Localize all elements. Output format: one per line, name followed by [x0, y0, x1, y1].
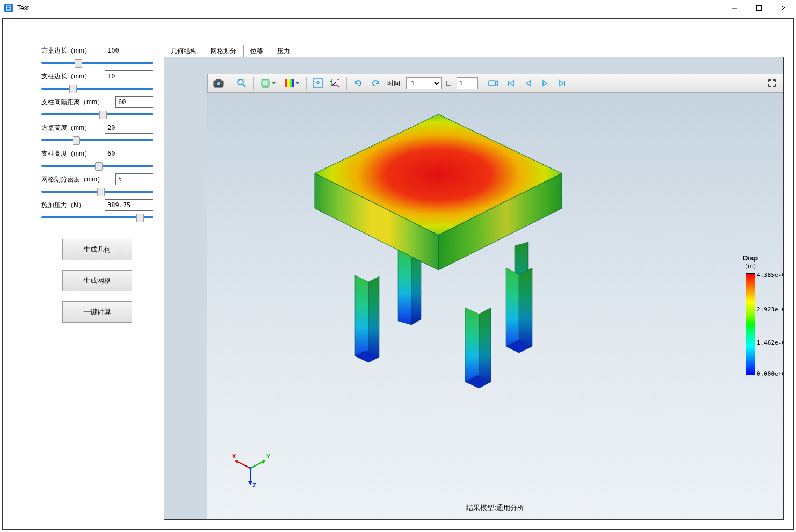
param-slider[interactable]: [41, 216, 153, 218]
param-slider[interactable]: [41, 165, 153, 167]
axes-icon[interactable]: zyx: [328, 76, 343, 91]
frame-spin[interactable]: [457, 77, 478, 89]
svg-rect-8: [216, 79, 221, 81]
colormap-dropdown-icon[interactable]: [281, 76, 302, 91]
generate-geometry-button[interactable]: 生成几何: [62, 239, 132, 260]
svg-point-19: [317, 83, 319, 84]
svg-text:Z: Z: [252, 482, 256, 489]
param-label: 支柱高度（mm）: [41, 149, 102, 158]
svg-text:y: y: [330, 79, 331, 82]
fullscreen-icon[interactable]: [764, 76, 779, 91]
generate-mesh-button[interactable]: 生成网格: [62, 270, 132, 291]
param-label: 方桌高度（mm）: [41, 123, 102, 133]
time-select[interactable]: 1: [406, 77, 442, 89]
coordinate-triad: X Y Z: [229, 447, 272, 490]
app-icon: [4, 4, 13, 12]
param-slider[interactable]: [41, 139, 153, 141]
svg-text:x: x: [338, 85, 339, 88]
rotate-ccw-icon[interactable]: [351, 76, 366, 91]
last-frame-icon[interactable]: [555, 76, 570, 91]
param-pillar-side: 支柱边长（mm）: [41, 70, 153, 90]
svg-rect-4: [757, 5, 762, 10]
close-button[interactable]: [771, 0, 796, 16]
rotate-cw-icon[interactable]: [368, 76, 383, 91]
tab-mesh[interactable]: 网格划分: [204, 45, 243, 57]
selection-dropdown-icon[interactable]: [257, 76, 279, 91]
svg-text:X: X: [232, 453, 236, 460]
maximize-button[interactable]: [747, 0, 771, 16]
param-input-pillar-gap[interactable]: [115, 96, 153, 108]
minimize-button[interactable]: [722, 0, 747, 16]
param-label: 支柱间隔距离（mm）: [41, 98, 112, 107]
legend-bar: 4.385e-07 2.923e-07 1.462e-07 0.000e+00: [746, 273, 755, 375]
param-input-pillar-side[interactable]: [105, 70, 153, 82]
svg-rect-0: [6, 6, 11, 10]
svg-rect-15: [287, 79, 290, 87]
svg-text:z: z: [337, 78, 339, 82]
param-slider[interactable]: [41, 62, 153, 64]
canvas-area[interactable]: X Y Z 结果模型:通用分析 Disp （m） 4.385e-07 2.923…: [207, 93, 783, 519]
compute-button[interactable]: 一键计算: [62, 301, 132, 323]
svg-marker-42: [506, 268, 519, 353]
param-slider[interactable]: [41, 113, 153, 115]
param-input-table-height[interactable]: [105, 122, 153, 134]
svg-marker-51: [248, 481, 252, 485]
tab-geometry[interactable]: 几何结构: [164, 45, 204, 57]
legend-title: Disp: [726, 254, 775, 262]
time-label: 时间:: [387, 79, 402, 88]
param-table-side: 方桌边长（mm）: [41, 45, 153, 64]
main-frame: 方桌边长（mm） 支柱边长（mm） 支柱间隔距离（mm） 方桌高度（mm）: [2, 18, 794, 530]
tab-displacement[interactable]: 位移: [243, 45, 270, 57]
svg-marker-29: [398, 246, 411, 325]
svg-line-22: [332, 82, 336, 86]
tabs: 几何结构 网格划分 位移 压力: [164, 45, 784, 57]
param-pressure: 施加压力（N）: [41, 199, 153, 218]
svg-marker-39: [479, 308, 491, 388]
svg-rect-13: [263, 81, 267, 85]
color-legend: Disp （m） 4.385e-07 2.923e-07 1.462e-07 0…: [726, 254, 775, 375]
sidebar: 方桌边长（mm） 支柱边长（mm） 支柱间隔距离（mm） 方桌高度（mm）: [41, 45, 153, 520]
svg-marker-36: [368, 276, 379, 362]
param-table-height: 方桌高度（mm）: [41, 122, 153, 141]
svg-point-53: [249, 467, 252, 470]
svg-marker-35: [355, 275, 368, 362]
legend-tick: 2.923e-07: [757, 306, 784, 313]
param-input-table-side[interactable]: [105, 45, 153, 56]
displacement-model: [304, 109, 573, 388]
svg-rect-16: [290, 79, 292, 87]
titlebar: Test: [0, 0, 796, 16]
svg-marker-41: [519, 268, 532, 353]
legend-tick: 0.000e+00: [757, 370, 784, 377]
svg-rect-14: [285, 79, 287, 87]
svg-line-11: [243, 84, 245, 87]
play-icon[interactable]: [538, 76, 553, 91]
first-frame-icon[interactable]: [503, 76, 518, 91]
legend-tick: 4.385e-07: [757, 272, 784, 279]
param-label: 网格划分密度（mm）: [41, 175, 112, 184]
tab-pressure[interactable]: 压力: [270, 45, 297, 57]
svg-rect-17: [292, 79, 294, 87]
svg-text:Y: Y: [266, 453, 271, 460]
content-area: 几何结构 网格划分 位移 压力 zyx 时间: 1: [164, 45, 784, 520]
svg-rect-26: [489, 81, 495, 86]
param-input-pillar-height[interactable]: [105, 148, 153, 159]
param-input-pressure[interactable]: [105, 199, 153, 211]
zoom-icon[interactable]: [234, 76, 249, 91]
param-pillar-height: 支柱高度（mm）: [41, 148, 153, 167]
prev-frame-icon[interactable]: [520, 76, 536, 91]
param-label: 施加压力（N）: [41, 201, 102, 210]
param-mesh-density: 网格划分密度（mm）: [41, 173, 153, 193]
param-input-mesh-density[interactable]: [115, 173, 153, 185]
svg-point-10: [238, 79, 243, 85]
fit-view-icon[interactable]: [310, 76, 325, 91]
legend-tick: 1.462e-07: [757, 339, 784, 346]
legend-unit: （m）: [726, 262, 775, 271]
param-pillar-gap: 支柱间隔距离（mm）: [41, 96, 153, 115]
param-slider[interactable]: [41, 88, 153, 90]
param-label: 方桌边长（mm）: [41, 46, 102, 55]
screenshot-icon[interactable]: [211, 76, 226, 91]
window-title: Test: [17, 4, 722, 12]
param-slider[interactable]: [41, 191, 153, 193]
model-caption: 结果模型:通用分析: [466, 503, 524, 513]
record-icon[interactable]: [486, 76, 501, 91]
